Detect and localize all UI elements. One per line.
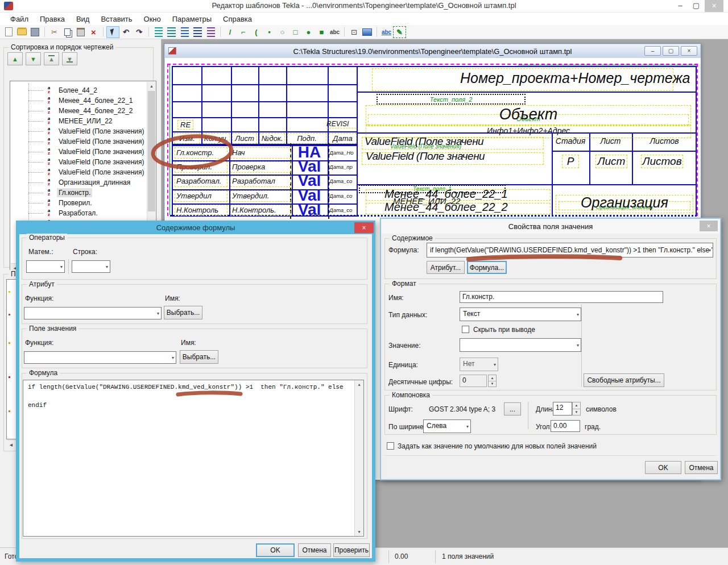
menu-options[interactable]: Параметры xyxy=(167,14,217,24)
menu-file[interactable]: Файл xyxy=(5,14,34,24)
valuefield-field-2[interactable]: ValueField (Поле значени xyxy=(366,150,485,163)
signature-table[interactable]: Гл.констр.Нач HAДата_Но Проверил.Проверк… xyxy=(172,145,358,217)
vf-function-combobox[interactable]: ▾ xyxy=(24,351,176,364)
new-file-icon[interactable] xyxy=(2,26,15,38)
save-icon[interactable] xyxy=(28,26,42,38)
chevron-down-icon[interactable]: ▾ xyxy=(577,343,579,348)
free-attributes-button[interactable]: Свободные атрибуты... xyxy=(584,373,664,387)
revision-field[interactable]: REVISI xyxy=(326,120,356,128)
move-top-icon[interactable]: ▲ xyxy=(44,52,59,65)
formula-ok-button[interactable]: OK xyxy=(256,543,295,557)
set-default-checkbox[interactable] xyxy=(387,442,394,450)
tree-item[interactable]: azValueField (Поле значения) xyxy=(11,147,147,157)
arc-tool-icon[interactable]: ( xyxy=(250,26,263,38)
hide-on-output-checkbox[interactable] xyxy=(462,326,469,333)
move-down-icon[interactable]: ▼ xyxy=(26,52,41,65)
symbol-tool-icon[interactable]: ⊡ xyxy=(348,26,361,38)
menu-view[interactable]: Вид xyxy=(71,14,96,24)
stage-value-field[interactable]: Р xyxy=(562,155,579,168)
edit-tool-icon[interactable]: ✎ xyxy=(393,26,406,38)
revision-table[interactable]: RE REVISI Изм. Кол.уч. Лист №док. Подп. … xyxy=(172,66,358,145)
move-bottom-icon[interactable]: ▼ xyxy=(62,52,77,65)
attribute-button[interactable]: Атрибут... xyxy=(427,261,465,274)
line-tool-icon[interactable]: / xyxy=(224,26,237,38)
rev-header-cell[interactable]: Дата xyxy=(329,133,357,144)
tree-item[interactable]: azValueField (Поле значения) xyxy=(11,167,147,177)
value-field-rows-icon-1[interactable] xyxy=(152,26,165,38)
spin-down-icon[interactable]: ▼ xyxy=(573,409,580,416)
size-field-2[interactable]: Менее_44_более_22_2 xyxy=(384,201,508,214)
menu-insert[interactable]: Вставить xyxy=(95,14,138,24)
chevron-down-icon[interactable]: ▾ xyxy=(709,245,711,256)
tree-item[interactable]: azОрганизация_длинная xyxy=(11,177,147,188)
formula-textarea[interactable]: if length(GetValue("DRAWING.USERDEFINED.… xyxy=(23,380,364,537)
child-close-icon[interactable]: × xyxy=(681,46,697,56)
tree-item[interactable]: azValueField (Поле значения) xyxy=(11,136,147,147)
minimize-button-icon[interactable]: – xyxy=(673,0,688,12)
maximize-button-icon[interactable]: ▢ xyxy=(689,0,704,12)
valuefield-field-1[interactable]: ValueField (Поле значени xyxy=(365,135,483,148)
doc-number-field[interactable]: Номер_проекта+Номер_чертежа xyxy=(460,70,672,86)
cut-icon[interactable]: ✂ xyxy=(48,26,61,38)
vf-select-button[interactable]: Выбрать... xyxy=(180,350,218,364)
length-field[interactable]: 12 xyxy=(553,402,572,416)
chevron-down-icon[interactable]: ▾ xyxy=(172,355,174,360)
justify-combobox[interactable]: Слева ▾ xyxy=(423,419,471,433)
math-operator-combobox[interactable]: ▾ xyxy=(26,260,65,273)
menu-window[interactable]: Окно xyxy=(138,14,167,24)
scroll-left-icon[interactable]: ◀ xyxy=(7,441,15,449)
sheets-value-field[interactable]: Листов xyxy=(641,155,683,168)
re-field[interactable]: RE xyxy=(177,120,193,130)
props-close-icon[interactable]: × xyxy=(700,221,718,231)
menu-help[interactable]: Справка xyxy=(217,14,258,24)
chevron-down-icon[interactable]: ▾ xyxy=(106,264,108,269)
value-field-rows-icon-3[interactable] xyxy=(178,26,191,38)
copy-icon[interactable] xyxy=(61,26,74,38)
close-button-icon[interactable]: × xyxy=(705,0,723,12)
formula-cancel-button[interactable]: Отмена xyxy=(298,543,331,557)
open-folder-icon[interactable] xyxy=(15,26,28,38)
object-field[interactable]: Объект xyxy=(366,106,691,123)
value-combobox[interactable]: ▾ xyxy=(460,338,581,352)
signature-row[interactable]: Гл.констр.Нач HAДата_Но xyxy=(173,146,357,160)
chevron-down-icon[interactable]: ▾ xyxy=(577,312,579,317)
chevron-down-icon[interactable]: ▾ xyxy=(60,264,63,269)
angle-field[interactable]: 0.00 xyxy=(551,420,580,432)
filled-rect-tool-icon[interactable]: ■ xyxy=(315,26,328,38)
scroll-up-icon[interactable]: ▲ xyxy=(147,82,156,90)
length-spinner[interactable]: ▲ ▼ xyxy=(572,402,581,416)
formula-button[interactable]: Формула... xyxy=(467,261,507,274)
formula-close-icon[interactable]: × xyxy=(354,222,374,233)
chevron-down-icon[interactable]: ▾ xyxy=(157,311,159,316)
text-field-2-box[interactable]: Текст_поля_2 xyxy=(377,94,526,105)
polygon-tool-icon[interactable]: ▪ xyxy=(263,26,276,38)
props-ok-button[interactable]: OK xyxy=(645,461,681,474)
rev-header-cell[interactable]: №док. xyxy=(259,133,285,144)
attr-function-combobox[interactable]: ▾ xyxy=(24,307,162,319)
sheet-header[interactable]: Лист xyxy=(589,136,632,146)
formula-combobox[interactable]: if length(GetValue("DRAWING.USERDEFINED.… xyxy=(427,243,713,257)
formula-vscrollbar[interactable]: ▲ ▼ xyxy=(354,380,363,536)
tree-item[interactable]: azМенее_44_более_22_2 xyxy=(11,106,147,116)
sheets-header[interactable]: Листов xyxy=(632,136,697,146)
size-field-1[interactable]: Менее_44_более_22_1 xyxy=(384,188,508,201)
rev-header-cell[interactable]: Кол.уч. xyxy=(202,133,230,144)
tree-item[interactable]: azМенее_44_более_22_1 xyxy=(11,95,147,106)
address-field[interactable]: Инфо1+Инфо2+Адрес xyxy=(366,126,691,135)
chevron-down-icon[interactable]: ▾ xyxy=(466,424,469,429)
menu-edit[interactable]: Правка xyxy=(34,14,71,24)
scroll-up-icon[interactable]: ▲ xyxy=(355,380,363,389)
tree-item[interactable]: azValueField (Поле значения) xyxy=(11,126,147,136)
value-field-rows-icon-2[interactable] xyxy=(165,26,178,38)
signature-row[interactable]: Разработал.Разработал ValДата_со xyxy=(173,175,357,189)
text-tool-icon[interactable]: abc xyxy=(328,26,341,38)
text-field-tool-icon[interactable]: abc xyxy=(380,26,393,38)
scroll-down-icon[interactable]: ▼ xyxy=(355,527,363,536)
signature-row[interactable]: УтвердилУтвердил. ValДата_со xyxy=(173,189,357,203)
move-up-icon[interactable]: ▲ xyxy=(7,52,23,65)
child-restore-icon[interactable]: ▢ xyxy=(663,46,679,56)
image-tool-icon[interactable] xyxy=(361,26,374,38)
tree-item[interactable]: azМЕНЕЕ_ИЛИ_22 xyxy=(11,116,147,126)
rev-header-cell[interactable]: Подп. xyxy=(287,133,326,144)
rev-header-cell[interactable]: Изм. xyxy=(174,133,200,144)
